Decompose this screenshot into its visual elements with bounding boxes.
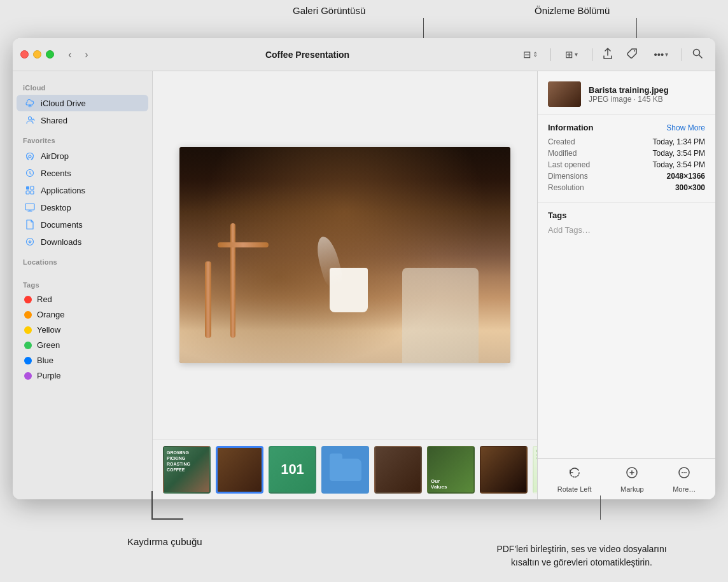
locations-section-label: Locations xyxy=(13,251,152,268)
svg-rect-9 xyxy=(26,191,29,194)
info-header: Information Show More xyxy=(548,123,705,132)
markup-label: Markup xyxy=(620,485,644,493)
blue-tag-label: Blue xyxy=(37,356,53,365)
preview-thumbnail xyxy=(548,81,581,107)
downloads-icon xyxy=(24,236,36,247)
pdf-annotation-line xyxy=(600,495,601,520)
more-actions-button[interactable]: ••• ▾ xyxy=(646,46,676,64)
tags-section-label: Tags xyxy=(13,274,152,291)
main-image xyxy=(179,147,510,363)
scrollbar-annotation: Kaydırma çubuğu xyxy=(127,536,202,547)
sidebar-tag-orange[interactable]: Orange xyxy=(17,307,148,322)
created-row: Created Today, 1:34 PM xyxy=(548,137,705,146)
thumbnail-4[interactable] xyxy=(321,446,369,494)
icloud-section-label: iCloud xyxy=(13,76,152,94)
more-actions-arrow: ▾ xyxy=(665,51,668,58)
svg-rect-7 xyxy=(26,186,29,190)
sidebar-tag-purple[interactable]: Purple xyxy=(17,368,148,383)
background-element xyxy=(402,268,479,363)
search-button[interactable] xyxy=(687,46,708,64)
purple-tag-label: Purple xyxy=(37,371,61,380)
group-by-icon: ⊞ xyxy=(565,49,573,60)
thumbnail-strip: GROWINGPICKINGROASTINGCOFFEE 101 xyxy=(153,439,537,499)
last-opened-value: Today, 3:54 PM xyxy=(653,160,706,169)
modified-row: Modified Today, 3:54 PM xyxy=(548,149,705,158)
rotate-left-button[interactable]: Rotate Left xyxy=(551,462,598,497)
more-options-button[interactable]: More… xyxy=(666,462,702,497)
sidebar-item-icloud-drive[interactable]: iCloud Drive xyxy=(17,95,148,111)
svg-point-18 xyxy=(683,472,685,473)
svg-rect-10 xyxy=(31,191,34,194)
gallery-view-icon: ⊟ xyxy=(523,49,531,60)
file-area: GROWINGPICKINGROASTINGCOFFEE 101 xyxy=(153,71,537,499)
green-tag-label: Green xyxy=(37,340,60,350)
preview-header: Barista training.jpeg JPEG image · 145 K… xyxy=(538,71,715,115)
preview-filename: Barista training.jpeg xyxy=(589,85,705,95)
maximize-button[interactable] xyxy=(46,50,54,59)
toolbar-right: ⊟ ⇕ ⊞ ▾ xyxy=(515,46,708,64)
desktop-icon xyxy=(24,202,36,213)
created-value: Today, 1:34 PM xyxy=(653,137,706,146)
copper-pipe-3 xyxy=(205,261,211,338)
pdf-merge-annotation: PDF'leri birleştirin, ses ve video dosya… xyxy=(486,543,677,569)
shared-icon xyxy=(24,114,36,126)
thumbnail-6[interactable]: OurValues xyxy=(427,446,475,494)
more-options-icon xyxy=(677,466,691,483)
applications-label: Applications xyxy=(41,186,85,195)
markup-button[interactable]: Markup xyxy=(614,462,650,497)
add-tags[interactable]: Add Tags… xyxy=(548,225,705,235)
sidebar-item-documents[interactable]: Documents xyxy=(17,216,148,233)
svg-point-4 xyxy=(29,117,32,120)
sidebar-tag-blue[interactable]: Blue xyxy=(17,353,148,368)
dimensions-label: Dimensions xyxy=(548,172,588,181)
preview-bottom-toolbar: Rotate Left Markup xyxy=(538,458,715,499)
group-by-button[interactable]: ⊞ ▾ xyxy=(556,46,587,64)
gallery-view-button[interactable]: ⊟ ⇕ xyxy=(515,46,545,64)
thumbnail-3[interactable]: 101 xyxy=(269,446,316,494)
sidebar-item-recents[interactable]: Recents xyxy=(17,165,148,181)
resolution-row: Resolution 300×300 xyxy=(548,183,705,192)
more-actions-icon: ••• xyxy=(654,49,664,60)
airdrop-label: AirDrop xyxy=(41,151,69,161)
sidebar-tag-red[interactable]: Red xyxy=(17,292,148,307)
share-icon xyxy=(603,48,613,61)
share-button[interactable] xyxy=(598,46,618,64)
preview-pane: Barista training.jpeg JPEG image · 145 K… xyxy=(537,71,715,499)
tag-button[interactable] xyxy=(622,46,642,64)
show-more-button[interactable]: Show More xyxy=(666,123,705,132)
preview-annotation-line xyxy=(636,18,637,40)
airdrop-icon xyxy=(24,150,36,162)
sidebar-tag-green[interactable]: Green xyxy=(17,338,148,352)
sidebar-item-applications[interactable]: Applications xyxy=(17,182,148,198)
thumbnail-8[interactable] xyxy=(533,446,537,494)
thumbnail-7[interactable] xyxy=(480,446,528,494)
info-section: Information Show More Created Today, 1:3… xyxy=(538,115,715,203)
minimize-button[interactable] xyxy=(33,50,41,59)
blue-tag-dot xyxy=(24,357,32,364)
close-button[interactable] xyxy=(20,50,29,59)
thumbnail-5[interactable] xyxy=(374,446,422,494)
preview-pane-scroll: Barista training.jpeg JPEG image · 145 K… xyxy=(538,71,715,458)
back-button[interactable]: ‹ xyxy=(63,48,77,62)
copper-pipe-1 xyxy=(230,223,235,338)
shared-label: Shared xyxy=(41,116,67,125)
forward-button[interactable]: › xyxy=(80,48,94,62)
sidebar-item-desktop[interactable]: Desktop xyxy=(17,199,148,216)
recents-icon xyxy=(24,167,36,179)
thumbnail-2[interactable] xyxy=(216,446,263,494)
modified-label: Modified xyxy=(548,149,577,158)
recents-label: Recents xyxy=(41,169,71,178)
sidebar-tag-yellow[interactable]: Yellow xyxy=(17,322,148,337)
bracket-top xyxy=(151,518,183,520)
toolbar-divider-1 xyxy=(550,48,551,61)
sidebar-item-airdrop[interactable]: AirDrop xyxy=(17,148,148,164)
gallery-main xyxy=(153,71,537,439)
toolbar-divider-3 xyxy=(682,48,682,61)
sidebar-item-shared[interactable]: Shared xyxy=(17,112,148,128)
icloud-drive-label: iCloud Drive xyxy=(41,99,86,108)
thumbnail-1[interactable]: GROWINGPICKINGROASTINGCOFFEE xyxy=(163,446,211,494)
rotate-left-icon xyxy=(568,466,582,483)
sidebar-item-downloads[interactable]: Downloads xyxy=(17,233,148,250)
last-opened-label: Last opened xyxy=(548,160,590,169)
svg-point-19 xyxy=(685,472,687,473)
